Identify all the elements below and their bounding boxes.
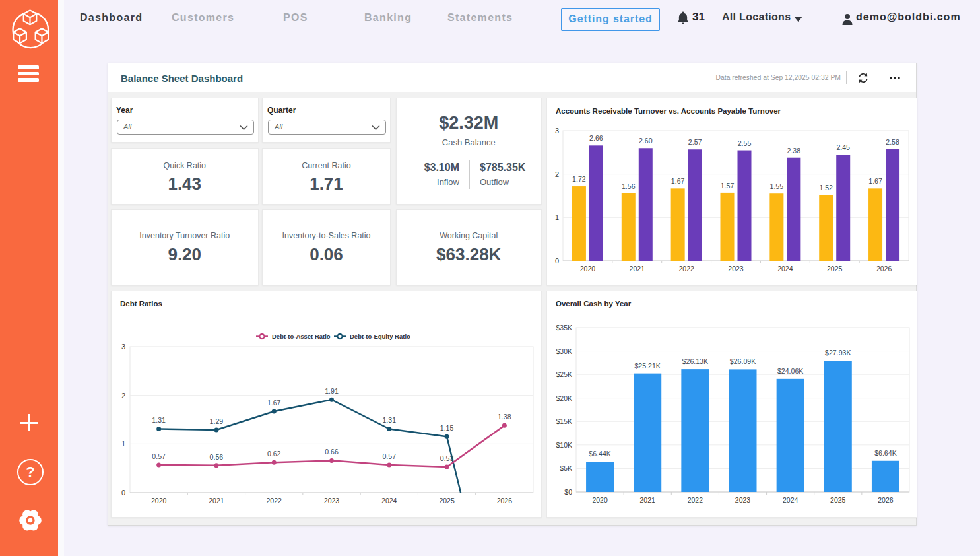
svg-text:2.38: 2.38 [787,147,801,155]
svg-text:$26.13K: $26.13K [682,357,708,365]
svg-text:0.57: 0.57 [152,452,166,460]
svg-text:2.45: 2.45 [836,143,850,151]
svg-text:1.67: 1.67 [671,177,685,185]
svg-text:2020: 2020 [592,496,608,504]
svg-text:1.67: 1.67 [267,398,281,406]
svg-text:$35K: $35K [556,324,572,331]
svg-text:1.29: 1.29 [210,417,224,425]
svg-text:2.60: 2.60 [639,137,653,145]
svg-text:2026: 2026 [878,496,894,504]
svg-text:2024: 2024 [783,496,799,504]
svg-text:$25.21K: $25.21K [634,361,660,369]
svg-text:$20K: $20K [556,394,572,401]
svg-text:1.31: 1.31 [382,416,396,424]
svg-text:2024: 2024 [381,497,397,504]
svg-text:$5K: $5K [560,464,572,472]
svg-text:0: 0 [121,489,125,497]
svg-text:2.57: 2.57 [688,138,702,146]
svg-text:0.56: 0.56 [210,452,224,460]
svg-text:1.67: 1.67 [868,177,882,185]
svg-text:2: 2 [555,170,559,178]
svg-text:2: 2 [121,391,125,399]
svg-text:$26.09K: $26.09K [730,357,756,365]
svg-text:2021: 2021 [630,265,645,273]
svg-text:2.66: 2.66 [589,134,603,142]
svg-text:$6.44K: $6.44K [589,450,611,458]
svg-text:3: 3 [121,343,125,351]
svg-text:2020: 2020 [580,265,596,273]
svg-text:$15K: $15K [556,417,572,425]
svg-text:2020: 2020 [151,497,167,504]
svg-text:$10K: $10K [556,440,572,448]
svg-text:1.52: 1.52 [819,184,833,191]
svg-text:1.56: 1.56 [622,182,636,190]
svg-text:1.72: 1.72 [572,175,586,183]
svg-text:2.58: 2.58 [886,138,899,146]
svg-text:Debt-to-Asset Ratio: Debt-to-Asset Ratio [272,333,331,340]
svg-text:1.55: 1.55 [770,182,784,190]
svg-text:$0: $0 [564,488,572,496]
svg-text:1.57: 1.57 [721,182,735,190]
svg-text:2026: 2026 [876,265,892,273]
svg-text:2023: 2023 [324,497,340,504]
svg-text:2026: 2026 [497,497,513,504]
svg-text:$6.64K: $6.64K [874,448,897,456]
svg-text:2025: 2025 [439,497,455,504]
svg-text:3: 3 [555,127,559,135]
svg-text:1.91: 1.91 [325,387,339,395]
svg-text:2023: 2023 [728,265,744,273]
svg-text:0.57: 0.57 [382,452,396,460]
svg-text:2022: 2022 [267,497,282,504]
svg-text:$24.06K: $24.06K [777,366,803,374]
svg-text:1: 1 [555,213,559,221]
svg-text:0.62: 0.62 [267,450,281,458]
svg-text:2024: 2024 [777,265,793,273]
svg-text:2022: 2022 [678,265,694,273]
svg-text:2025: 2025 [827,265,843,273]
svg-text:2022: 2022 [688,496,703,504]
svg-text:$27.93K: $27.93K [825,349,851,357]
svg-text:1: 1 [121,440,125,448]
svg-text:2.55: 2.55 [738,139,752,147]
svg-text:2021: 2021 [640,496,656,504]
svg-text:0.66: 0.66 [325,448,339,456]
svg-text:2021: 2021 [209,497,224,504]
svg-text:1.31: 1.31 [152,416,166,424]
svg-text:$30K: $30K [556,347,572,355]
svg-text:2025: 2025 [830,496,846,504]
svg-text:0.53: 0.53 [440,454,454,462]
svg-text:Debt-to-Equity Ratio: Debt-to-Equity Ratio [350,333,410,340]
svg-text:$25K: $25K [556,370,572,378]
svg-text:1.15: 1.15 [440,424,454,432]
svg-text:2023: 2023 [735,496,751,504]
svg-text:1.38: 1.38 [498,413,511,421]
svg-text:0: 0 [555,257,559,265]
